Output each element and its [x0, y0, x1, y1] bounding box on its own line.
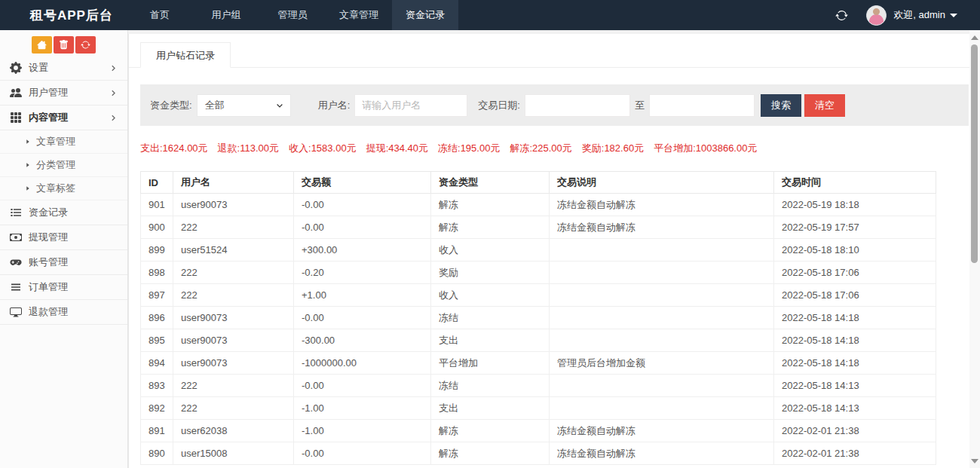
table-row: 898222-0.20奖励2022-05-18 17:06 — [141, 262, 936, 284]
table-cell: 2022-05-18 14:18 — [774, 352, 936, 375]
app-title: 租号APP后台 — [30, 7, 113, 24]
table-cell: 冻结金额自动解冻 — [550, 216, 774, 239]
list-icon — [10, 206, 22, 219]
table-cell: -0.00 — [294, 442, 431, 465]
nav-item-admins[interactable]: 管理员 — [259, 0, 326, 30]
stat-item: 奖励:182.60元 — [582, 142, 644, 155]
nav-item-article-management[interactable]: 文章管理 — [326, 0, 392, 30]
recycle-button[interactable] — [75, 36, 96, 54]
table-cell: 2022-05-19 18:18 — [774, 194, 936, 216]
table-cell: -0.00 — [294, 307, 431, 329]
sidebar-item-label: 文章标签 — [36, 182, 75, 195]
table-cell: 2022-05-19 17:57 — [774, 216, 936, 239]
fund-type-select[interactable]: 全部 — [197, 94, 291, 117]
scroll-up-arrow-icon[interactable] — [971, 35, 978, 40]
nav-item-user-groups[interactable]: 用户组 — [193, 0, 259, 30]
sidebar-item-user-management[interactable]: 用户管理 — [0, 81, 127, 106]
tab-bar: 用户钻石记录 — [129, 34, 980, 68]
clear-button[interactable]: 清空 — [804, 94, 845, 117]
bars-icon — [10, 281, 22, 293]
sidebar-item-order-management[interactable]: 订单管理 — [0, 275, 127, 300]
table-cell: 2022-02-01 21:38 — [774, 442, 936, 465]
sidebar-item-category-management[interactable]: 分类管理 — [0, 154, 127, 177]
avatar[interactable] — [866, 5, 887, 26]
caret-right-icon — [25, 162, 31, 168]
sidebar-item-article-management[interactable]: 文章管理 — [0, 130, 127, 154]
table-cell: 解冻 — [431, 420, 550, 442]
sidebar-toolbar — [0, 30, 127, 56]
stat-item: 支出:1624.00元 — [140, 142, 208, 155]
table-cell: 管理员后台增加金额 — [550, 352, 774, 375]
scrollbar-thumb[interactable] — [971, 44, 978, 263]
home-icon — [37, 40, 47, 50]
table-cell: 891 — [141, 420, 173, 442]
sidebar-item-account-management[interactable]: 账号管理 — [0, 250, 127, 275]
app-window: 租号APP后台 首页用户组管理员文章管理资金记录 欢迎, admin 设置用户管… — [0, 0, 980, 468]
table-header-row: ID用户名交易额资金类型交易说明交易时间 — [141, 172, 936, 194]
sidebar-item-label: 文章管理 — [36, 135, 75, 148]
table-row: 896user90073-0.00冻结2022-05-18 14:18 — [141, 307, 936, 329]
table-row: 899user51524+300.00收入2022-05-18 18:10 — [141, 239, 936, 262]
sidebar-item-withdrawal-management[interactable]: 提现管理 — [0, 225, 127, 250]
sidebar-item-label: 内容管理 — [29, 111, 68, 124]
table-row: 897222+1.00收入2022-05-18 17:06 — [141, 284, 936, 307]
table-cell — [550, 375, 774, 397]
table-row: 890user15008-0.00解冻冻结金额自动解冻2022-02-01 21… — [141, 442, 936, 465]
table-cell: user62038 — [173, 420, 294, 442]
search-button[interactable]: 搜索 — [761, 94, 801, 117]
table-cell: 890 — [141, 442, 173, 465]
sidebar-item-refund-management[interactable]: 退款管理 — [0, 300, 127, 325]
trash-icon — [59, 40, 69, 50]
sidebar-item-content-management[interactable]: 内容管理 — [0, 106, 127, 130]
sidebar-item-label: 退款管理 — [29, 305, 68, 319]
chevron-down-icon — [275, 101, 284, 110]
tab-user-diamond-records[interactable]: 用户钻石记录 — [140, 42, 231, 68]
monitor-icon — [10, 306, 22, 318]
trash-button[interactable] — [54, 36, 74, 54]
sidebar-item-label: 提现管理 — [29, 231, 68, 244]
table-cell: user90073 — [173, 194, 294, 216]
chevron-right-icon — [109, 114, 118, 122]
date-end-input[interactable] — [649, 94, 755, 117]
welcome-text[interactable]: 欢迎, admin — [893, 8, 945, 22]
table-cell: 2022-05-18 17:06 — [774, 284, 936, 307]
date-to-label: 至 — [635, 99, 645, 112]
refresh-icon[interactable] — [835, 9, 848, 22]
content-panel: 用户钻石记录 资金类型: 全部 用户名: 交易日期: 至 搜索 清空 支出:16… — [128, 34, 980, 468]
table-cell: 收入 — [431, 239, 550, 262]
table-cell: +300.00 — [294, 239, 431, 262]
table-cell: 898 — [141, 262, 173, 284]
nav-item-home[interactable]: 首页 — [127, 0, 193, 30]
sidebar-item-label: 订单管理 — [29, 280, 68, 294]
table-cell — [550, 397, 774, 420]
chevron-down-icon[interactable] — [950, 14, 957, 17]
column-header: 资金类型 — [431, 172, 550, 194]
username-input[interactable] — [354, 94, 467, 117]
refresh-icon — [835, 9, 848, 22]
stat-item: 解冻:225.00元 — [510, 142, 571, 155]
table-cell: 支出 — [431, 329, 550, 352]
table-cell: 895 — [141, 329, 173, 352]
chevron-right-icon — [109, 89, 118, 97]
recycle-icon — [81, 40, 90, 50]
table-cell: 900 — [141, 216, 173, 239]
date-start-input[interactable] — [525, 94, 630, 117]
table-row: 901user90073-0.00解冻冻结金额自动解冻2022-05-19 18… — [141, 194, 936, 216]
home-button[interactable] — [32, 36, 52, 54]
nav-item-fund-records[interactable]: 资金记录 — [392, 0, 458, 30]
sidebar-item-article-tags[interactable]: 文章标签 — [0, 177, 127, 200]
table-cell: 222 — [173, 262, 294, 284]
scroll-down-arrow-icon[interactable] — [971, 459, 978, 463]
sidebar-item-fund-records[interactable]: 资金记录 — [0, 200, 127, 225]
money-icon — [10, 231, 22, 243]
table-cell: -0.00 — [294, 194, 431, 216]
caret-right-icon — [25, 185, 31, 191]
scrollbar[interactable] — [969, 30, 980, 468]
filter-bar: 资金类型: 全部 用户名: 交易日期: 至 搜索 清空 — [140, 84, 969, 126]
sidebar-item-settings[interactable]: 设置 — [0, 56, 127, 81]
stat-item: 平台增加:1003866.00元 — [654, 142, 757, 155]
table-cell: -0.20 — [294, 262, 431, 284]
caret-right-icon — [25, 139, 31, 145]
sidebar-item-label: 设置 — [29, 61, 48, 75]
table-cell: user90073 — [173, 307, 294, 329]
